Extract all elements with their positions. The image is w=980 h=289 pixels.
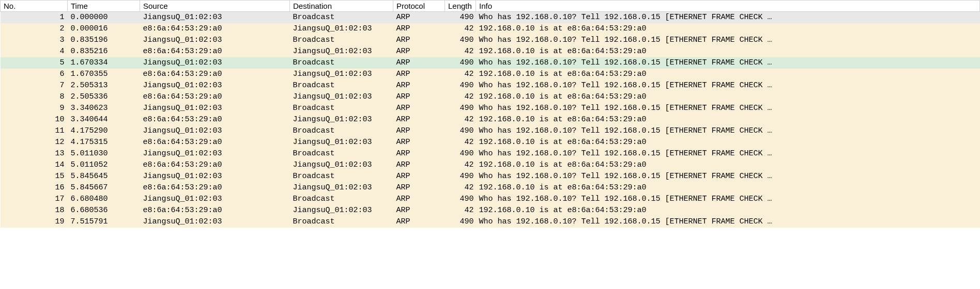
- column-header-info[interactable]: Info: [476, 1, 980, 12]
- cell-time: 4.175315: [68, 137, 140, 148]
- table-header: No. Time Source Destination Protocol Len…: [1, 1, 980, 12]
- column-header-time[interactable]: Time: [68, 1, 140, 12]
- cell-info: Who has 192.168.0.10? Tell 192.168.0.15 …: [476, 216, 980, 228]
- cell-source: JiangsuQ_01:02:03: [140, 148, 290, 159]
- table-row[interactable]: 145.011052e8:6a:64:53:29:a0JiangsuQ_01:0…: [1, 159, 980, 171]
- cell-source: JiangsuQ_01:02:03: [140, 216, 290, 228]
- table-row[interactable]: 51.670334JiangsuQ_01:02:03BroadcastARP49…: [1, 57, 980, 69]
- table-row[interactable]: 135.011030JiangsuQ_01:02:03BroadcastARP4…: [1, 148, 980, 159]
- cell-no: 4: [1, 46, 68, 57]
- table-row[interactable]: 155.845645JiangsuQ_01:02:03BroadcastARP4…: [1, 171, 980, 182]
- cell-no: 15: [1, 171, 68, 182]
- cell-info: 192.168.0.10 is at e8:6a:64:53:29:a0: [476, 69, 980, 80]
- cell-info: Who has 192.168.0.10? Tell 192.168.0.15 …: [476, 194, 980, 205]
- cell-time: 4.175290: [68, 125, 140, 137]
- cell-destination: JiangsuQ_01:02:03: [290, 46, 393, 57]
- cell-info: Who has 192.168.0.10? Tell 192.168.0.15 …: [476, 35, 980, 46]
- cell-length: 42: [445, 114, 476, 125]
- table-row[interactable]: 20.000016e8:6a:64:53:29:a0JiangsuQ_01:02…: [1, 23, 980, 35]
- cell-protocol: ARP: [393, 23, 445, 35]
- cell-no: 8: [1, 91, 68, 103]
- cell-length: 490: [445, 216, 476, 228]
- cell-protocol: ARP: [393, 35, 445, 46]
- cell-length: 490: [445, 57, 476, 69]
- cell-info: 192.168.0.10 is at e8:6a:64:53:29:a0: [476, 159, 980, 171]
- column-header-destination[interactable]: Destination: [290, 1, 393, 12]
- cell-no: 5: [1, 57, 68, 69]
- cell-info: Who has 192.168.0.10? Tell 192.168.0.15 …: [476, 57, 980, 69]
- column-header-source[interactable]: Source: [140, 1, 290, 12]
- cell-time: 5.845667: [68, 182, 140, 194]
- column-header-length[interactable]: Length: [445, 1, 476, 12]
- cell-protocol: ARP: [393, 114, 445, 125]
- table-row[interactable]: 176.680480JiangsuQ_01:02:03BroadcastARP4…: [1, 194, 980, 205]
- cell-destination: JiangsuQ_01:02:03: [290, 23, 393, 35]
- cell-time: 3.340623: [68, 103, 140, 114]
- table-row[interactable]: 114.175290JiangsuQ_01:02:03BroadcastARP4…: [1, 125, 980, 137]
- cell-time: 6.680536: [68, 205, 140, 216]
- cell-protocol: ARP: [393, 182, 445, 194]
- cell-protocol: ARP: [393, 103, 445, 114]
- cell-destination: JiangsuQ_01:02:03: [290, 182, 393, 194]
- cell-source: JiangsuQ_01:02:03: [140, 57, 290, 69]
- cell-source: e8:6a:64:53:29:a0: [140, 69, 290, 80]
- table-row[interactable]: 103.340644e8:6a:64:53:29:a0JiangsuQ_01:0…: [1, 114, 980, 125]
- cell-length: 42: [445, 159, 476, 171]
- table-row[interactable]: 93.340623JiangsuQ_01:02:03BroadcastARP49…: [1, 103, 980, 114]
- table-row[interactable]: 30.835196JiangsuQ_01:02:03BroadcastARP49…: [1, 35, 980, 46]
- cell-length: 42: [445, 205, 476, 216]
- cell-time: 5.011052: [68, 159, 140, 171]
- cell-time: 6.680480: [68, 194, 140, 205]
- table-body: 10.000000JiangsuQ_01:02:03BroadcastARP49…: [1, 12, 980, 228]
- column-header-protocol[interactable]: Protocol: [393, 1, 445, 12]
- cell-info: Who has 192.168.0.10? Tell 192.168.0.15 …: [476, 12, 980, 24]
- table-row[interactable]: 10.000000JiangsuQ_01:02:03BroadcastARP49…: [1, 12, 980, 24]
- table-row[interactable]: 165.845667e8:6a:64:53:29:a0JiangsuQ_01:0…: [1, 182, 980, 194]
- table-row[interactable]: 197.515791JiangsuQ_01:02:03BroadcastARP4…: [1, 216, 980, 228]
- cell-length: 42: [445, 23, 476, 35]
- cell-protocol: ARP: [393, 194, 445, 205]
- cell-no: 10: [1, 114, 68, 125]
- cell-time: 5.011030: [68, 148, 140, 159]
- table-row[interactable]: 72.505313JiangsuQ_01:02:03BroadcastARP49…: [1, 80, 980, 91]
- cell-no: 18: [1, 205, 68, 216]
- cell-source: e8:6a:64:53:29:a0: [140, 23, 290, 35]
- cell-info: 192.168.0.10 is at e8:6a:64:53:29:a0: [476, 46, 980, 57]
- cell-info: Who has 192.168.0.10? Tell 192.168.0.15 …: [476, 125, 980, 137]
- cell-length: 42: [445, 182, 476, 194]
- cell-source: e8:6a:64:53:29:a0: [140, 159, 290, 171]
- cell-info: 192.168.0.10 is at e8:6a:64:53:29:a0: [476, 182, 980, 194]
- cell-source: JiangsuQ_01:02:03: [140, 12, 290, 24]
- cell-time: 0.835216: [68, 46, 140, 57]
- cell-source: JiangsuQ_01:02:03: [140, 80, 290, 91]
- table-row[interactable]: 61.670355e8:6a:64:53:29:a0JiangsuQ_01:02…: [1, 69, 980, 80]
- cell-no: 9: [1, 103, 68, 114]
- cell-source: e8:6a:64:53:29:a0: [140, 182, 290, 194]
- cell-destination: JiangsuQ_01:02:03: [290, 114, 393, 125]
- cell-source: JiangsuQ_01:02:03: [140, 125, 290, 137]
- cell-protocol: ARP: [393, 46, 445, 57]
- cell-info: Who has 192.168.0.10? Tell 192.168.0.15 …: [476, 148, 980, 159]
- cell-no: 1: [1, 12, 68, 24]
- cell-info: Who has 192.168.0.10? Tell 192.168.0.15 …: [476, 171, 980, 182]
- cell-protocol: ARP: [393, 205, 445, 216]
- cell-destination: Broadcast: [290, 194, 393, 205]
- cell-source: JiangsuQ_01:02:03: [140, 194, 290, 205]
- table-row[interactable]: 124.175315e8:6a:64:53:29:a0JiangsuQ_01:0…: [1, 137, 980, 148]
- column-header-no[interactable]: No.: [1, 1, 68, 12]
- cell-source: e8:6a:64:53:29:a0: [140, 205, 290, 216]
- cell-destination: Broadcast: [290, 103, 393, 114]
- cell-destination: JiangsuQ_01:02:03: [290, 91, 393, 103]
- cell-source: JiangsuQ_01:02:03: [140, 171, 290, 182]
- table-row[interactable]: 186.680536e8:6a:64:53:29:a0JiangsuQ_01:0…: [1, 205, 980, 216]
- cell-length: 490: [445, 12, 476, 24]
- cell-protocol: ARP: [393, 125, 445, 137]
- cell-protocol: ARP: [393, 80, 445, 91]
- cell-destination: Broadcast: [290, 35, 393, 46]
- cell-destination: JiangsuQ_01:02:03: [290, 69, 393, 80]
- table-row[interactable]: 82.505336e8:6a:64:53:29:a0JiangsuQ_01:02…: [1, 91, 980, 103]
- cell-protocol: ARP: [393, 12, 445, 24]
- table-row[interactable]: 40.835216e8:6a:64:53:29:a0JiangsuQ_01:02…: [1, 46, 980, 57]
- cell-protocol: ARP: [393, 91, 445, 103]
- cell-destination: Broadcast: [290, 80, 393, 91]
